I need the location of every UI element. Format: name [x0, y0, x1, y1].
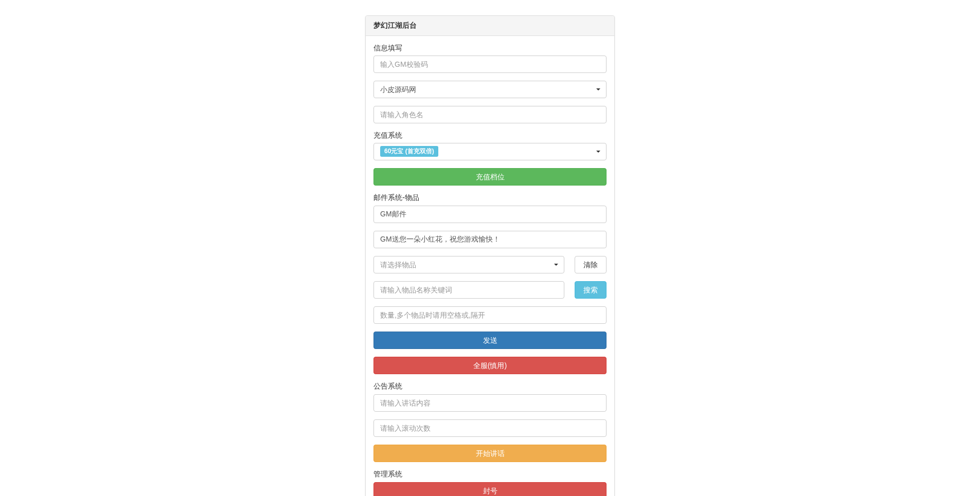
- start-announce-button[interactable]: 开始讲话: [373, 445, 607, 462]
- gm-code-input[interactable]: [373, 56, 607, 73]
- admin-section-label: 管理系统: [373, 470, 607, 479]
- recharge-tier-container: 60元宝 (首充双倍): [373, 143, 607, 160]
- item-search-input[interactable]: [373, 281, 564, 299]
- panel-title: 梦幻江湖后台: [373, 21, 607, 30]
- recharge-tier-badge: 60元宝 (首充双倍): [380, 146, 438, 157]
- panel-header: 梦幻江湖后台: [366, 16, 614, 36]
- panel-body: 信息填写 小皮源码网 充值系统 60元宝 (首充双倍) 充值档位 邮件系统-物品…: [366, 36, 614, 496]
- server-select-value: 小皮源码网: [373, 81, 607, 98]
- recharge-button[interactable]: 充值档位: [373, 168, 607, 186]
- announce-content-input[interactable]: [373, 394, 607, 412]
- mail-subject-input[interactable]: [373, 206, 607, 223]
- item-search-group: 搜索: [373, 281, 607, 299]
- info-section-label: 信息填写: [373, 44, 607, 53]
- recharge-tier-select[interactable]: 60元宝 (首充双倍): [373, 143, 607, 160]
- recharge-section-label: 充值系统: [373, 131, 607, 140]
- item-select[interactable]: 请选择物品: [373, 256, 564, 273]
- broadcast-button[interactable]: 全服(慎用): [373, 357, 607, 374]
- item-select-group: 请选择物品 清除: [373, 256, 607, 273]
- mail-section-label: 邮件系统-物品: [373, 193, 607, 203]
- admin-panel: 梦幻江湖后台 信息填写 小皮源码网 充值系统 60元宝 (首充双倍) 充值档位 …: [365, 15, 615, 496]
- server-select[interactable]: 小皮源码网: [373, 81, 607, 98]
- character-name-input[interactable]: [373, 106, 607, 123]
- announce-section-label: 公告系统: [373, 382, 607, 391]
- search-button[interactable]: 搜索: [575, 281, 607, 299]
- announce-scroll-input[interactable]: [373, 419, 607, 437]
- item-select-placeholder: 请选择物品: [373, 256, 564, 273]
- quantity-input[interactable]: [373, 306, 607, 324]
- ban-button[interactable]: 封号: [373, 482, 607, 496]
- mail-body-input[interactable]: [373, 231, 607, 248]
- clear-button[interactable]: 清除: [575, 256, 607, 273]
- send-button[interactable]: 发送: [373, 332, 607, 349]
